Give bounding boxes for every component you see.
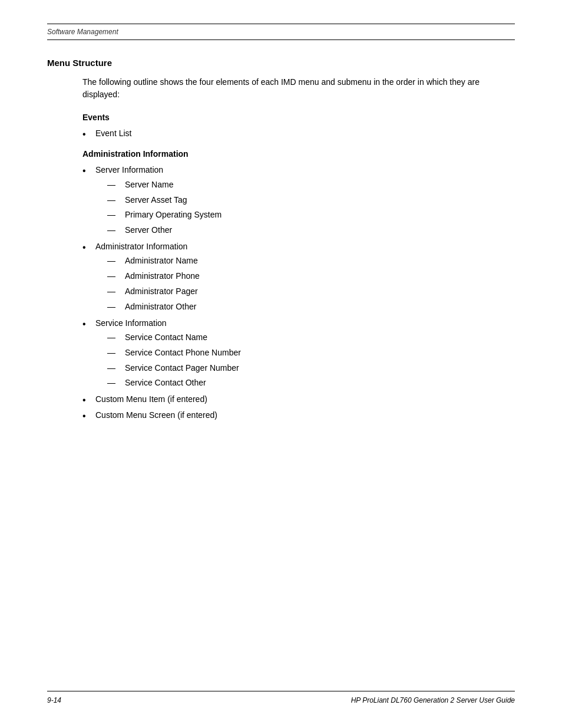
list-item: Service Contact Pager Number (107, 361, 515, 375)
list-item: Server Other (107, 223, 515, 238)
footer-doc-title: HP ProLiant DL760 Generation 2 Server Us… (351, 696, 515, 704)
list-item-custom-menu-screen: Custom Menu Screen (if entered) (82, 409, 515, 421)
list-item: Administrator Other (107, 300, 515, 314)
header-rule-bottom (47, 39, 515, 40)
list-item: Server Name (107, 178, 515, 192)
list-item: Event List (82, 127, 515, 140)
subsection-admin-title: Administration Information (82, 149, 515, 159)
list-item: Administrator Phone (107, 269, 515, 284)
list-item: Service Contact Other (107, 376, 515, 390)
admin-bullet-list: Server Information Server Name Server As… (82, 163, 515, 421)
page-container: Software Management Menu Structure The f… (0, 0, 562, 728)
list-item-server-info: Server Information Server Name Server As… (82, 163, 515, 238)
footer-content: 9-14 HP ProLiant DL760 Generation 2 Serv… (47, 696, 515, 704)
list-item: Primary Operating System (107, 208, 515, 222)
list-item: Service Contact Phone Number (107, 346, 515, 360)
admin-info-sub-list: Administrator Name Administrator Phone A… (107, 254, 515, 314)
list-item: Service Contact Name (107, 331, 515, 345)
intro-text: The following outline shows the four ele… (82, 76, 515, 101)
server-info-sub-list: Server Name Server Asset Tag Primary Ope… (107, 178, 515, 238)
list-item-custom-menu-item: Custom Menu Item (if entered) (82, 393, 515, 406)
section-title: Menu Structure (47, 58, 515, 68)
breadcrumb: Software Management (47, 28, 515, 36)
list-item-admin-info: Administrator Information Administrator … (82, 240, 515, 314)
list-item: Administrator Name (107, 254, 515, 268)
list-item: Server Asset Tag (107, 193, 515, 207)
footer-page-number: 9-14 (47, 696, 61, 704)
service-info-sub-list: Service Contact Name Service Contact Pho… (107, 331, 515, 390)
list-item-service-info: Service Information Service Contact Name… (82, 317, 515, 391)
footer-rule (47, 691, 515, 691)
subsection-events-title: Events (82, 113, 515, 122)
header-rule-top (47, 24, 515, 24)
events-bullet-list: Event List (82, 127, 515, 140)
list-item: Administrator Pager (107, 285, 515, 299)
footer: 9-14 HP ProLiant DL760 Generation 2 Serv… (47, 667, 515, 704)
